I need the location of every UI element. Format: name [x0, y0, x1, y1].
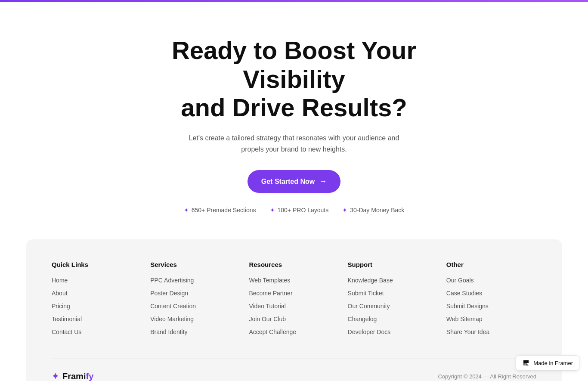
- col-title-services: Services: [150, 261, 240, 268]
- footer-grid: Quick Links Home About Pricing Testimoni…: [52, 261, 536, 341]
- hero-section: Ready to Boost Your Visibility and Drive…: [0, 2, 588, 239]
- footer-link-web-templates[interactable]: Web Templates: [249, 277, 339, 284]
- col-title-other: Other: [446, 261, 536, 268]
- footer-link-our-community[interactable]: Our Community: [348, 303, 438, 310]
- logo-prefix: Frami: [62, 372, 86, 381]
- footer-link-case-studies[interactable]: Case Studies: [446, 290, 536, 297]
- footer-link-changelog[interactable]: Changelog: [348, 316, 438, 322]
- footer-link-video-tutorial[interactable]: Video Tutorial: [249, 303, 339, 310]
- cta-label: Get Started Now: [261, 178, 315, 186]
- footer-link-poster-design[interactable]: Poster Design: [150, 290, 240, 297]
- badge-layouts: ✦ 100+ PRO Layouts: [270, 207, 329, 214]
- footer-link-submit-ticket[interactable]: Submit Ticket: [348, 290, 438, 297]
- logo-star-icon: ✦: [52, 371, 59, 381]
- hero-title: Ready to Boost Your Visibility and Drive…: [143, 36, 445, 122]
- footer-link-brand-identity[interactable]: Brand Identity: [150, 328, 240, 335]
- footer-link-contact-us[interactable]: Contact Us: [52, 328, 142, 335]
- footer-link-our-goals[interactable]: Our Goals: [446, 277, 536, 284]
- logo-suffix: fy: [86, 372, 93, 381]
- badge-money-back-text: 30-Day Money Back: [350, 207, 404, 214]
- badge-sections: ✦ 650+ Premade Sections: [184, 207, 256, 214]
- framer-badge-label: Made in Framer: [533, 360, 573, 366]
- col-title-quick-links: Quick Links: [52, 261, 142, 268]
- star-icon-2: ✦: [270, 207, 275, 214]
- logo-text: Framify: [62, 372, 93, 381]
- footer-link-ppc-advertising[interactable]: PPC Advertising: [150, 277, 240, 284]
- hero-title-line2: and Drive Results?: [181, 93, 407, 121]
- footer-col-quick-links: Quick Links Home About Pricing Testimoni…: [52, 261, 142, 341]
- footer-link-pricing[interactable]: Pricing: [52, 303, 142, 310]
- col-title-resources: Resources: [249, 261, 339, 268]
- logo[interactable]: ✦ Framify: [52, 371, 93, 381]
- footer-link-knowledge-base[interactable]: Knowledge Base: [348, 277, 438, 284]
- copyright-text: Copyright © 2024 — All Right Reserved: [438, 373, 536, 380]
- footer-link-about[interactable]: About: [52, 290, 142, 297]
- footer-link-developer-docs[interactable]: Developer Docs: [348, 328, 438, 335]
- hero-title-line1: Ready to Boost Your Visibility: [172, 36, 416, 93]
- footer-link-home[interactable]: Home: [52, 277, 142, 284]
- footer-col-support: Support Knowledge Base Submit Ticket Our…: [348, 261, 438, 341]
- footer-divider: [52, 359, 536, 359]
- col-title-support: Support: [348, 261, 438, 268]
- footer-link-video-marketing[interactable]: Video Marketing: [150, 316, 240, 322]
- star-icon-3: ✦: [342, 207, 347, 214]
- footer-link-share-your-idea[interactable]: Share Your Idea: [446, 328, 536, 335]
- cta-arrow: →: [319, 177, 327, 186]
- footer-link-submit-designs[interactable]: Submit Designs: [446, 303, 536, 310]
- badge-money-back: ✦ 30-Day Money Back: [342, 207, 404, 214]
- badge-sections-text: 650+ Premade Sections: [192, 207, 256, 214]
- footer-link-testimonial[interactable]: Testimonial: [52, 316, 142, 322]
- footer-link-web-sitemap[interactable]: Web Sitemap: [446, 316, 536, 322]
- framer-icon: [522, 359, 530, 367]
- badges-row: ✦ 650+ Premade Sections ✦ 100+ PRO Layou…: [9, 207, 579, 214]
- footer-col-services: Services PPC Advertising Poster Design C…: [150, 261, 240, 341]
- framer-badge[interactable]: Made in Framer: [516, 355, 579, 371]
- footer-col-other: Other Our Goals Case Studies Submit Desi…: [446, 261, 536, 341]
- hero-subtitle: Let's create a tailored strategy that re…: [178, 133, 410, 155]
- footer-link-accept-challenge[interactable]: Accept Challenge: [249, 328, 339, 335]
- cta-button[interactable]: Get Started Now →: [248, 170, 340, 193]
- footer-link-join-our-club[interactable]: Join Our Club: [249, 316, 339, 322]
- footer-bottom: ✦ Framify Copyright © 2024 — All Right R…: [52, 371, 536, 381]
- footer-link-content-creation[interactable]: Content Creation: [150, 303, 240, 310]
- badge-layouts-text: 100+ PRO Layouts: [278, 207, 329, 214]
- footer-container: Quick Links Home About Pricing Testimoni…: [26, 239, 562, 381]
- star-icon-1: ✦: [184, 207, 189, 214]
- footer-col-resources: Resources Web Templates Become Partner V…: [249, 261, 339, 341]
- footer-link-become-partner[interactable]: Become Partner: [249, 290, 339, 297]
